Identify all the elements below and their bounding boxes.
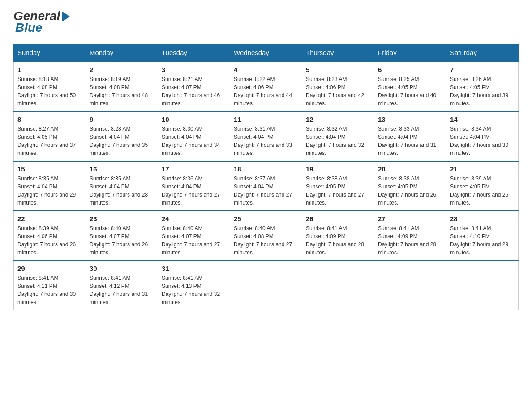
day-info: Sunrise: 8:41 AM Sunset: 4:10 PM Dayligh… [450,224,515,257]
day-number: 19 [306,165,370,173]
calendar-cell [374,261,446,310]
calendar-cell [302,261,374,310]
day-number: 18 [234,165,298,173]
calendar-cell: 14 Sunrise: 8:34 AM Sunset: 4:04 PM Dayl… [446,111,519,161]
day-number: 14 [450,116,515,123]
day-info: Sunrise: 8:33 AM Sunset: 4:04 PM Dayligh… [378,125,442,157]
calendar-cell: 27 Sunrise: 8:41 AM Sunset: 4:09 PM Dayl… [374,211,446,261]
calendar-cell: 1 Sunrise: 8:18 AM Sunset: 4:08 PM Dayli… [14,62,86,112]
calendar-cell: 25 Sunrise: 8:40 AM Sunset: 4:08 PM Dayl… [230,211,302,261]
day-info: Sunrise: 8:41 AM Sunset: 4:09 PM Dayligh… [306,224,370,257]
day-number: 30 [90,265,154,272]
day-info: Sunrise: 8:23 AM Sunset: 4:06 PM Dayligh… [306,75,370,107]
calendar-cell: 31 Sunrise: 8:41 AM Sunset: 4:13 PM Dayl… [158,261,230,310]
calendar-cell: 29 Sunrise: 8:41 AM Sunset: 4:11 PM Dayl… [14,261,86,310]
day-number: 12 [306,116,370,123]
calendar-cell: 30 Sunrise: 8:41 AM Sunset: 4:12 PM Dayl… [86,261,158,310]
calendar-header-friday: Friday [374,44,446,62]
logo-arrow-icon [62,11,70,22]
day-number: 15 [17,165,82,173]
day-number: 5 [306,66,370,73]
day-info: Sunrise: 8:40 AM Sunset: 4:07 PM Dayligh… [90,224,154,257]
day-info: Sunrise: 8:38 AM Sunset: 4:05 PM Dayligh… [306,175,370,207]
day-number: 8 [17,116,82,123]
calendar-cell: 22 Sunrise: 8:39 AM Sunset: 4:06 PM Dayl… [14,211,86,261]
calendar-header-thursday: Thursday [302,44,374,62]
calendar-week-2: 8 Sunrise: 8:27 AM Sunset: 4:05 PM Dayli… [14,111,519,161]
calendar-cell: 26 Sunrise: 8:41 AM Sunset: 4:09 PM Dayl… [302,211,374,261]
logo-blue-text: Blue [13,21,43,35]
day-number: 11 [234,116,298,123]
day-info: Sunrise: 8:18 AM Sunset: 4:08 PM Dayligh… [17,75,82,107]
calendar-header-saturday: Saturday [446,44,519,62]
day-info: Sunrise: 8:36 AM Sunset: 4:04 PM Dayligh… [162,175,226,207]
day-number: 26 [306,215,370,223]
calendar-cell: 15 Sunrise: 8:35 AM Sunset: 4:04 PM Dayl… [14,161,86,211]
calendar-cell: 19 Sunrise: 8:38 AM Sunset: 4:05 PM Dayl… [302,161,374,211]
day-info: Sunrise: 8:35 AM Sunset: 4:04 PM Dayligh… [90,175,154,207]
day-number: 23 [90,215,154,223]
day-number: 29 [17,265,82,272]
calendar-cell: 2 Sunrise: 8:19 AM Sunset: 4:08 PM Dayli… [86,62,158,112]
calendar-week-3: 15 Sunrise: 8:35 AM Sunset: 4:04 PM Dayl… [14,161,519,211]
calendar-cell: 23 Sunrise: 8:40 AM Sunset: 4:07 PM Dayl… [86,211,158,261]
day-number: 16 [90,165,154,173]
calendar-cell: 9 Sunrise: 8:28 AM Sunset: 4:04 PM Dayli… [86,111,158,161]
day-number: 28 [450,215,515,223]
day-info: Sunrise: 8:31 AM Sunset: 4:04 PM Dayligh… [234,125,298,157]
calendar-week-4: 22 Sunrise: 8:39 AM Sunset: 4:06 PM Dayl… [14,211,519,261]
calendar-cell: 20 Sunrise: 8:38 AM Sunset: 4:05 PM Dayl… [374,161,446,211]
day-info: Sunrise: 8:28 AM Sunset: 4:04 PM Dayligh… [90,125,154,157]
calendar-cell: 7 Sunrise: 8:26 AM Sunset: 4:05 PM Dayli… [446,62,519,112]
calendar-cell: 17 Sunrise: 8:36 AM Sunset: 4:04 PM Dayl… [158,161,230,211]
logo: General Blue [13,9,70,35]
day-info: Sunrise: 8:41 AM Sunset: 4:11 PM Dayligh… [17,274,82,306]
day-info: Sunrise: 8:41 AM Sunset: 4:13 PM Dayligh… [162,274,226,306]
day-info: Sunrise: 8:39 AM Sunset: 4:06 PM Dayligh… [17,224,82,257]
calendar-cell: 8 Sunrise: 8:27 AM Sunset: 4:05 PM Dayli… [14,111,86,161]
calendar-cell: 3 Sunrise: 8:21 AM Sunset: 4:07 PM Dayli… [158,62,230,112]
day-info: Sunrise: 8:22 AM Sunset: 4:06 PM Dayligh… [234,75,298,107]
day-info: Sunrise: 8:40 AM Sunset: 4:08 PM Dayligh… [234,224,298,257]
calendar-header-row: SundayMondayTuesdayWednesdayThursdayFrid… [14,44,519,62]
calendar-cell: 5 Sunrise: 8:23 AM Sunset: 4:06 PM Dayli… [302,62,374,112]
day-number: 4 [234,66,298,73]
calendar-cell: 18 Sunrise: 8:37 AM Sunset: 4:04 PM Dayl… [230,161,302,211]
calendar-cell: 12 Sunrise: 8:32 AM Sunset: 4:04 PM Dayl… [302,111,374,161]
calendar-cell: 6 Sunrise: 8:25 AM Sunset: 4:05 PM Dayli… [374,62,446,112]
day-info: Sunrise: 8:30 AM Sunset: 4:04 PM Dayligh… [162,125,226,157]
calendar-cell: 28 Sunrise: 8:41 AM Sunset: 4:10 PM Dayl… [446,211,519,261]
calendar-cell: 13 Sunrise: 8:33 AM Sunset: 4:04 PM Dayl… [374,111,446,161]
day-number: 13 [378,116,442,123]
day-info: Sunrise: 8:27 AM Sunset: 4:05 PM Dayligh… [17,125,82,157]
day-number: 7 [450,66,515,73]
day-info: Sunrise: 8:37 AM Sunset: 4:04 PM Dayligh… [234,175,298,207]
day-number: 20 [378,165,442,173]
day-number: 1 [17,66,82,73]
day-number: 9 [90,116,154,123]
calendar-header-tuesday: Tuesday [158,44,230,62]
calendar-cell: 11 Sunrise: 8:31 AM Sunset: 4:04 PM Dayl… [230,111,302,161]
calendar-week-5: 29 Sunrise: 8:41 AM Sunset: 4:11 PM Dayl… [14,261,519,310]
calendar-cell [230,261,302,310]
day-number: 2 [90,66,154,73]
day-number: 17 [162,165,226,173]
day-number: 27 [378,215,442,223]
day-number: 21 [450,165,515,173]
day-info: Sunrise: 8:26 AM Sunset: 4:05 PM Dayligh… [450,75,515,107]
calendar-cell: 4 Sunrise: 8:22 AM Sunset: 4:06 PM Dayli… [230,62,302,112]
day-info: Sunrise: 8:38 AM Sunset: 4:05 PM Dayligh… [378,175,442,207]
day-info: Sunrise: 8:25 AM Sunset: 4:05 PM Dayligh… [378,75,442,107]
calendar-header-monday: Monday [86,44,158,62]
calendar-header-wednesday: Wednesday [230,44,302,62]
day-info: Sunrise: 8:34 AM Sunset: 4:04 PM Dayligh… [450,125,515,157]
day-number: 31 [162,265,226,272]
calendar-cell: 16 Sunrise: 8:35 AM Sunset: 4:04 PM Dayl… [86,161,158,211]
calendar-cell: 21 Sunrise: 8:39 AM Sunset: 4:05 PM Dayl… [446,161,519,211]
calendar-table: SundayMondayTuesdayWednesdayThursdayFrid… [13,44,519,310]
day-number: 22 [17,215,82,223]
day-number: 25 [234,215,298,223]
day-number: 10 [162,116,226,123]
calendar-week-1: 1 Sunrise: 8:18 AM Sunset: 4:08 PM Dayli… [14,62,519,112]
day-number: 6 [378,66,442,73]
